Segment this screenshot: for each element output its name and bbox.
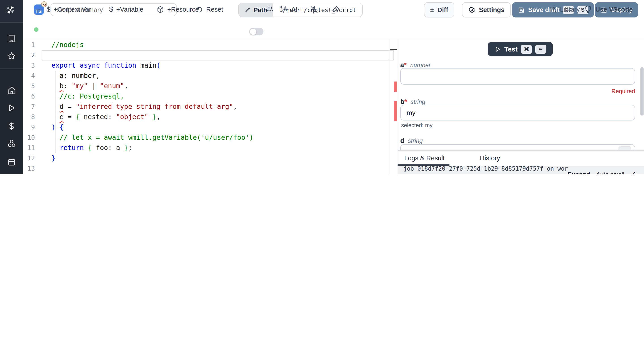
multiplayer-users-icon[interactable]: [266, 0, 274, 19]
editor-toolbar: [23, 20, 644, 39]
workspace-icon[interactable]: [7, 34, 16, 43]
dollar-icon: $: [46, 5, 50, 14]
ai-assistant-button[interactable]: AI: [280, 0, 298, 19]
cursor-overview-mark: [390, 49, 397, 50]
runs-play-icon[interactable]: [7, 103, 16, 112]
expand-logs-button[interactable]: Expand: [568, 171, 590, 174]
diff-button[interactable]: ± Diff: [424, 2, 454, 18]
tab-logs-result[interactable]: Logs & Result: [404, 154, 445, 162]
variables-dollar-icon[interactable]: [7, 122, 16, 131]
check-icon: ✓: [631, 170, 636, 174]
code-editor[interactable]: 12345678910111213 //nodejsexport async f…: [23, 39, 398, 174]
toggle-knob: [250, 29, 256, 35]
arg-b-label: b*string: [400, 98, 425, 105]
arg-d-plus-button[interactable]: [618, 146, 631, 150]
add-variable-button[interactable]: $+Variable: [109, 0, 143, 19]
add-context-var-button[interactable]: $+Context Var: [46, 0, 91, 19]
diff-icon: ±: [430, 6, 434, 14]
path-widget[interactable]: Path u/henri/coolest_script: [238, 3, 362, 17]
arg-d-label: dstring: [400, 137, 422, 144]
resources-cubes-icon[interactable]: [7, 139, 16, 148]
sidebar: [0, 0, 23, 174]
reset-button[interactable]: Reset: [196, 0, 223, 19]
favorites-star-icon[interactable]: [7, 52, 16, 61]
status-dot: [34, 27, 38, 32]
arg-a-input[interactable]: [400, 68, 635, 85]
args-scrollbar[interactable]: [640, 67, 644, 116]
arg-a-label: a*number: [400, 61, 431, 69]
auto-scroll-toggle[interactable]: Auto scroll: [596, 171, 624, 174]
line-number-gutter: 12345678910111213: [23, 40, 35, 174]
package-icon: [156, 6, 164, 13]
library-button[interactable]: Library: [549, 0, 580, 19]
save-icon: [518, 7, 524, 13]
settings-button[interactable]: Settings: [462, 2, 511, 18]
pencil-icon: [245, 7, 250, 13]
home-icon[interactable]: [7, 86, 16, 95]
gear-icon: [468, 6, 476, 14]
bun-runtime-icon: [41, 1, 47, 7]
magic-wand-icon: [280, 5, 288, 14]
windmill-logo-icon[interactable]: [6, 5, 18, 17]
use-vscode-button[interactable]: Use VScode: [584, 0, 633, 19]
arg-b-input[interactable]: [400, 105, 635, 120]
error-marker: [394, 82, 397, 92]
kbd-cmd: ⌘: [521, 45, 532, 54]
dollar-icon: $: [109, 5, 113, 14]
active-tab-underline: [398, 164, 450, 165]
sidebar-divider: [0, 68, 23, 69]
reset-icon: [196, 6, 203, 13]
test-button[interactable]: Test ⌘ ↵: [488, 42, 553, 56]
add-resource-button[interactable]: +Resource: [156, 0, 199, 19]
logs-text: job 018d7f20-27f0-725d-1b29-8d85179d757f…: [404, 166, 568, 174]
kbd-enter: ↵: [536, 45, 546, 54]
code-lines: //nodejsexport async function main( a: n…: [52, 40, 253, 174]
panel-splitter[interactable]: [398, 150, 644, 151]
arg-b-selected-hint: selected: my: [401, 122, 432, 128]
schedules-calendar-icon[interactable]: [7, 158, 16, 166]
vscode-cat-icon: [584, 5, 592, 14]
play-icon: [494, 46, 501, 52]
overview-ruler-border: [390, 39, 390, 174]
diff-mode-toggle[interactable]: [249, 28, 264, 35]
format-brush-icon[interactable]: [332, 0, 340, 19]
error-marker: [394, 101, 397, 121]
assistant-off-icon[interactable]: [310, 0, 318, 19]
arg-d-input[interactable]: [400, 144, 635, 150]
arg-a-required-error: Required: [400, 88, 635, 94]
windmill-script-editor: TS Path u/henri/coolest_script ± Diff Se…: [0, 0, 644, 174]
tab-history[interactable]: History: [480, 154, 500, 162]
library-icon: [549, 6, 557, 13]
